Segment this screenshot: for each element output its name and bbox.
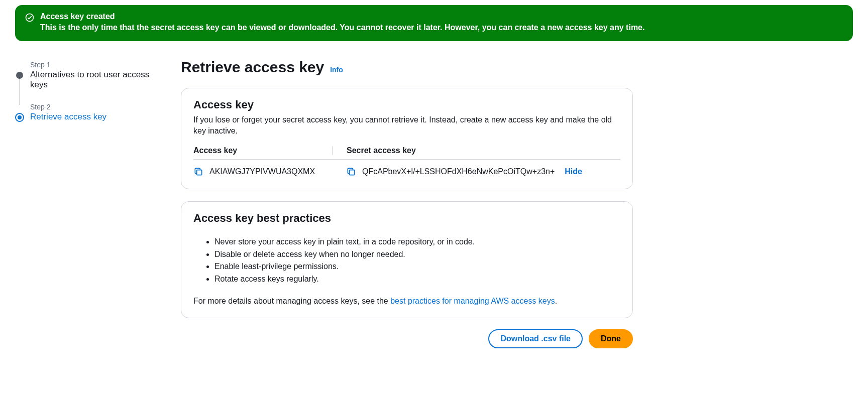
access-key-card: Access key If you lose or forget your se… [181,88,633,189]
access-key-value: AKIAWGJ7YPIVWUA3QXMX [209,167,315,176]
column-header-access-key: Access key [193,146,344,155]
footer-text: . [555,297,557,305]
svg-rect-2 [350,170,355,175]
step-label: Step 2 [30,103,166,111]
best-practices-footer: For more details about managing access k… [193,297,620,306]
step-dot-icon [16,72,23,79]
step-title: Alternatives to root user access keys [30,70,166,90]
copy-icon[interactable] [193,167,203,177]
page-title: Retrieve access key [181,59,324,76]
check-circle-icon [25,13,34,22]
banner-title: Access key created [40,12,644,21]
column-header-secret-key: Secret access key [332,146,620,155]
best-practices-card: Access key best practices Never store yo… [181,201,633,318]
list-item: Enable least-privilege permissions. [214,260,620,273]
action-buttons: Download .csv file Done [181,329,633,348]
copy-icon[interactable] [346,167,356,177]
step-label: Step 1 [30,61,166,69]
best-practices-link[interactable]: best practices for managing AWS access k… [390,297,555,305]
info-link[interactable]: Info [330,66,343,74]
success-banner: Access key created This is the only time… [15,5,853,41]
card-title: Access key [193,98,620,111]
hide-link[interactable]: Hide [565,167,582,176]
list-item: Never store your access key in plain tex… [214,236,620,248]
list-item: Disable or delete access key when no lon… [214,248,620,261]
banner-description: This is the only time that the secret ac… [40,23,644,32]
wizard-step-2[interactable]: Step 2 Retrieve access key [15,103,166,122]
wizard-step-1[interactable]: Step 1 Alternatives to root user access … [15,61,166,103]
svg-rect-1 [197,170,202,175]
download-csv-button[interactable]: Download .csv file [488,329,583,348]
wizard-steps: Step 1 Alternatives to root user access … [15,59,166,348]
footer-text: For more details about managing access k… [193,297,390,305]
list-item: Rotate access keys regularly. [214,273,620,286]
step-title: Retrieve access key [30,112,166,122]
secret-key-value: QFcAPbevX+l/+LSSHOFdXH6eNwKePcOiTQw+z3n+ [362,167,555,176]
card-description: If you lose or forget your secret access… [193,114,620,137]
done-button[interactable]: Done [589,329,633,348]
step-dot-icon [15,113,24,122]
card-title: Access key best practices [193,212,620,225]
best-practices-list: Never store your access key in plain tex… [214,236,620,286]
